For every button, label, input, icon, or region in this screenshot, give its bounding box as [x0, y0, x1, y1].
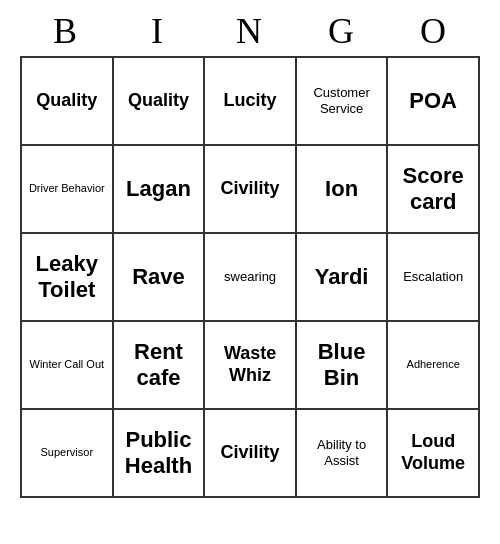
cell-r2-c3: Yardi — [296, 233, 387, 321]
cell-r3-c0: Winter Call Out — [21, 321, 113, 409]
cell-r1-c2: Civility — [204, 145, 296, 233]
header-b: B — [20, 10, 112, 52]
cell-r2-c2: swearing — [204, 233, 296, 321]
bingo-header: B I N G O — [20, 10, 480, 52]
cell-r3-c1: Rent cafe — [113, 321, 205, 409]
cell-r0-c1: Quality — [113, 57, 205, 145]
cell-r2-c0: Leaky Toilet — [21, 233, 113, 321]
cell-r1-c4: Score card — [387, 145, 479, 233]
header-o: O — [388, 10, 480, 52]
cell-r4-c4: Loud Volume — [387, 409, 479, 497]
cell-r2-c4: Escalation — [387, 233, 479, 321]
cell-r3-c2: Waste Whiz — [204, 321, 296, 409]
cell-r0-c4: POA — [387, 57, 479, 145]
cell-r2-c1: Rave — [113, 233, 205, 321]
cell-r4-c1: Public Health — [113, 409, 205, 497]
cell-r4-c3: Ability to Assist — [296, 409, 387, 497]
bingo-grid: QualityQualityLucityCustomer ServicePOAD… — [20, 56, 480, 498]
header-i: I — [112, 10, 204, 52]
cell-r4-c0: Supervisor — [21, 409, 113, 497]
header-n: N — [204, 10, 296, 52]
cell-r3-c3: Blue Bin — [296, 321, 387, 409]
cell-r1-c0: Driver Behavior — [21, 145, 113, 233]
cell-r3-c4: Adherence — [387, 321, 479, 409]
cell-r4-c2: Civility — [204, 409, 296, 497]
cell-r1-c1: Lagan — [113, 145, 205, 233]
cell-r1-c3: Ion — [296, 145, 387, 233]
cell-r0-c3: Customer Service — [296, 57, 387, 145]
cell-r0-c0: Quality — [21, 57, 113, 145]
cell-r0-c2: Lucity — [204, 57, 296, 145]
header-g: G — [296, 10, 388, 52]
